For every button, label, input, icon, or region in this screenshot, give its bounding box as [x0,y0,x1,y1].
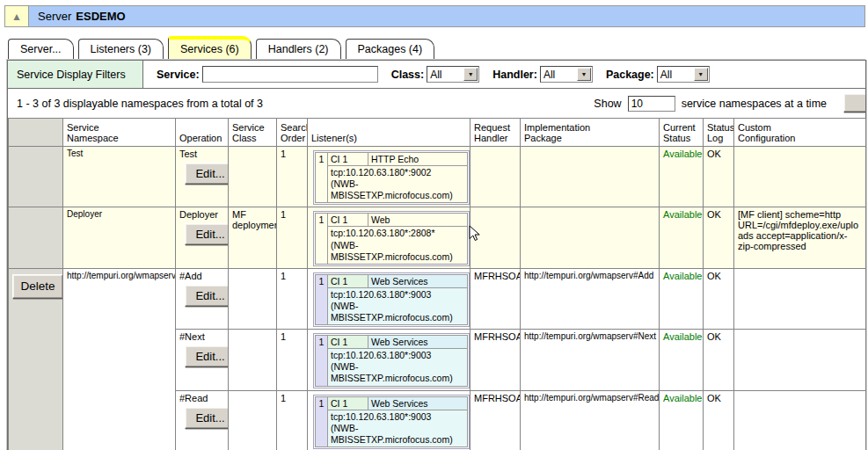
listener-name: Web Services [368,396,468,410]
handler-filter-select[interactable]: All ▼ [540,66,593,83]
tab-handlers[interactable]: Handlers (2) [256,39,341,60]
implementation-package-cell: http://tempuri.org/wmapserv#Read [521,390,660,450]
custom-configuration-cell [734,390,866,450]
table-row: Deployer Deployer Edit... MF deployment … [9,207,866,268]
listener-address: tcp:10.120.63.180*:9003 (NWB-MBISSETXP.m… [328,349,468,386]
row-actions-cell: Delete [9,268,63,450]
search-order-cell: 1 [277,330,308,390]
services-table: Service Namespace Operation Service Clas… [8,118,866,450]
service-class-cell [229,390,277,450]
operation-cell: #Next Edit... [176,330,229,390]
listeners-cell: 1 CI 1 HTTP Echo tcp:10.120.63.180*:9002… [308,147,470,207]
service-namespace-cell: http://tempuri.org/wmapserv [63,268,176,450]
server-label: Server [38,10,71,23]
listeners-cell: 1 CI 1 Web tcp:10.120.63.180*:2808* (NWB… [308,207,470,268]
listener-address: tcp:10.120.63.180*:9003 (NWB-MBISSETXP.m… [328,287,468,324]
listener-endpoint: tcp:10.120.63.180*:9003 [331,411,464,423]
server-header-bar: ▲ Server ESDEMO [4,5,865,27]
edit-button[interactable]: Edit... [185,223,229,245]
listener-box: 1 CI 1 Web Services tcp:10.120.63.180*:9… [313,333,470,388]
listener-box: 1 CI 1 HTTP Echo tcp:10.120.63.180*:9002… [313,150,470,205]
request-handler-cell: MFRHSOAP [470,268,521,329]
show-count-input[interactable] [628,96,675,112]
listener-address: tcp:10.120.63.180*:9003 (NWB-MBISSETXP.m… [328,410,468,446]
col-header-service-namespace: Service Namespace [63,119,176,147]
listener-endpoint: tcp:10.120.63.180*:9002 [331,167,464,178]
chevron-down-icon[interactable]: ▼ [463,68,478,81]
col-header-service-class: Service Class [229,119,277,147]
listener-number: 1 [316,396,328,446]
current-status-cell: Available [660,330,704,390]
tab-server[interactable]: Server... [8,39,74,60]
col-header-status-log: Status Log [704,119,734,147]
listener-box: 1 CI 1 Web Services tcp:10.120.63.180*:9… [313,272,470,327]
operation-cell: Deployer Edit... [176,207,229,268]
tab-services[interactable]: Services (6) [168,36,252,60]
listeners-cell: 1 CI 1 Web Services tcp:10.120.63.180*:9… [308,390,470,450]
listener-number: 1 [316,214,328,264]
package-filter-select[interactable]: All ▼ [657,66,710,83]
listener-box: 1 CI 1 Web tcp:10.120.63.180*:2808* (NWB… [313,211,470,265]
custom-configuration-cell [734,147,866,207]
class-filter-select[interactable]: All ▼ [427,66,479,83]
status-log-cell: OK [704,330,734,390]
implementation-package-cell [521,147,660,207]
service-class-cell [229,147,277,207]
chevron-down-icon[interactable]: ▼ [694,68,708,81]
search-order-cell: 1 [277,390,308,450]
custom-configuration-cell [734,268,866,329]
operation-cell: #Add Edit... [176,268,229,329]
service-filter-input[interactable] [202,66,378,83]
operation-name: Deployer [179,209,224,220]
listener-number: 1 [316,153,328,203]
listener-name: HTTP Echo [368,153,468,166]
operation-name: #Next [179,331,224,342]
status-log-cell: OK [704,390,734,450]
delete-button[interactable]: Delete [12,274,63,299]
listener-address: tcp:10.120.63.180*:2808* (NWB-MBISSETXP.… [328,227,468,264]
operation-cell: Test Edit... [176,147,229,207]
current-status-cell: Available [660,268,704,329]
listener-address: tcp:10.120.63.180*:9002 (NWB-MBISSETXP.m… [328,166,468,203]
listener-number: 1 [316,336,328,386]
results-summary: 1 - 3 of 3 displayable namespaces from a… [17,98,594,110]
request-handler-cell [470,207,521,268]
service-class-cell [229,330,277,390]
service-namespace-cell: Test [63,147,176,207]
search-order-cell: 1 [277,147,308,207]
listeners-cell: 1 CI 1 Web Services tcp:10.120.63.180*:9… [308,330,470,390]
status-log-cell: OK [704,147,734,207]
listener-number: 1 [316,274,328,324]
edit-button[interactable]: Edit... [185,345,229,367]
service-class-cell [229,268,277,329]
tab-bar: Server... Listeners (3) Services (6) Han… [8,36,434,60]
listener-name: Web Services [368,274,468,287]
col-header-actions [9,119,63,147]
show-suffix: service namespaces at a time [682,98,827,110]
tab-packages[interactable]: Packages (4) [346,39,435,60]
operation-cell: #Read Edit... [176,390,229,450]
service-class-cell: MF deployment [229,207,277,268]
edit-button[interactable]: Edit... [185,163,229,185]
listener-conversation: CI 1 [328,214,368,227]
status-log-cell: OK [704,207,734,268]
listener-conversation: CI 1 [328,153,368,166]
filter-title: Service Display Filters [8,61,143,88]
chevron-down-icon[interactable]: ▼ [577,68,591,81]
collapse-toggle[interactable]: ▲ [5,6,29,26]
edit-button[interactable]: Edit... [185,407,229,429]
next-page-button[interactable] [843,93,865,112]
col-header-current-status: Current Status [660,119,704,147]
table-header-row: Service Namespace Operation Service Clas… [9,119,866,147]
request-handler-cell: MFRHSOAP [470,330,521,390]
search-order-cell: 1 [277,207,308,268]
current-status-cell: Available [660,390,704,450]
col-header-implementation-package: Implementation Package [521,119,660,147]
request-handler-cell: MFRHSOAP [470,390,521,450]
package-filter-value: All [658,69,694,81]
implementation-package-cell: http://tempuri.org/wmapserv#Add [521,268,660,329]
listener-conversation: CI 1 [328,274,368,287]
implementation-package-cell [521,207,660,268]
edit-button[interactable]: Edit... [185,285,229,307]
tab-listeners[interactable]: Listeners (3) [78,39,164,60]
